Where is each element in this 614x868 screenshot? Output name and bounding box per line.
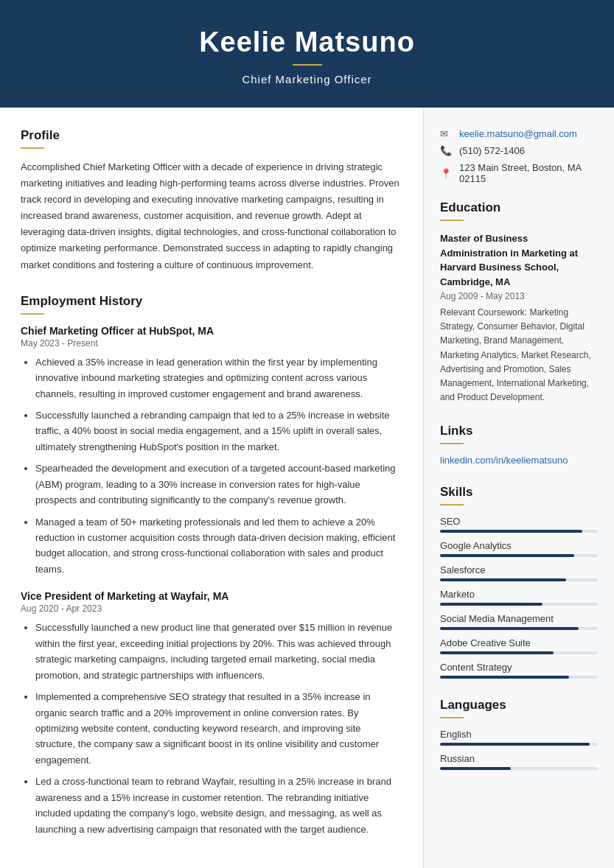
skills-divider [440,504,464,505]
edu-coursework: Relevant Coursework: Marketing Strategy,… [440,306,598,405]
language-item-1: Russian [440,753,598,770]
skill-bar-fill-4 [440,627,579,630]
edu-degree: Master of Business Administration in Mar… [440,231,598,289]
bullet-1-0: Successfully launched a new product line… [35,620,402,683]
employment-divider [21,313,44,315]
bullet-0-1: Successfully launched a rebranding campa… [35,407,402,455]
lang-bar-bg-1 [440,767,598,770]
phone-number: (510) 572-1406 [459,145,525,156]
lang-bar-fill-1 [440,767,511,770]
body-layout: Profile Accomplished Chief Marketing Off… [0,108,614,868]
main-column: Profile Accomplished Chief Marketing Off… [0,108,424,868]
edu-dates: Aug 2009 - May 2013 [440,291,598,301]
skill-bar-fill-5 [440,651,554,654]
links-section: Links linkedin.com/in/keeliematsuno [440,424,598,466]
skills-list: SEO Google Analytics Salesforce Marketo … [440,516,598,679]
linkedin-link[interactable]: linkedin.com/in/keeliematsuno [440,455,568,466]
skill-label-1: Google Analytics [440,540,598,551]
skill-bar-bg-2 [440,578,598,581]
languages-list: English Russian [440,729,598,770]
languages-section: Languages English Russian [440,698,598,770]
skill-label-2: Salesforce [440,564,598,575]
skill-bar-bg-5 [440,651,598,654]
skill-bar-fill-1 [440,554,574,557]
candidate-name: Keelie Matsuno [15,27,599,58]
skill-label-6: Content Strategy [440,662,598,673]
bullet-0-3: Managed a team of 50+ marketing professi… [35,514,402,578]
job-dates-0: May 2023 - Present [21,338,402,349]
job-title-1: Vice President of Marketing at Wayfair, … [21,590,402,602]
location-icon: 📍 [440,168,453,179]
skill-label-3: Marketo [440,589,598,600]
skill-bar-fill-0 [440,530,582,533]
bullet-1-1: Implemented a comprehensive SEO strategy… [35,689,402,768]
sidebar: ✉ keelie.matsuno@gmail.com 📞 (510) 572-1… [424,108,614,868]
skill-item-0: SEO [440,516,598,533]
profile-text: Accomplished Chief Marketing Officer wit… [21,159,402,273]
skill-item-4: Social Media Management [440,613,598,630]
skills-title: Skills [440,485,598,500]
lang-label-0: English [440,729,598,740]
contact-section: ✉ keelie.matsuno@gmail.com 📞 (510) 572-1… [440,128,598,184]
employment-title: Employment History [21,294,402,309]
phone-icon: 📞 [440,145,453,156]
links-title: Links [440,424,598,438]
bullet-0-0: Achieved a 35% increase in lead generati… [35,354,402,402]
education-divider [440,220,464,221]
header-divider [293,64,322,66]
candidate-title: Chief Marketing Officer [15,73,599,85]
email-link[interactable]: keelie.matsuno@gmail.com [459,128,577,139]
job-bullets-1: Successfully launched a new product line… [21,620,402,837]
skill-bar-fill-3 [440,603,543,606]
email-item: ✉ keelie.matsuno@gmail.com [440,128,598,139]
skill-item-5: Adobe Creative Suite [440,637,598,654]
skill-bar-bg-3 [440,603,598,606]
skill-item-1: Google Analytics [440,540,598,557]
skill-item-3: Marketo [440,589,598,606]
bullet-1-2: Led a cross-functional team to rebrand W… [35,774,402,837]
profile-title: Profile [21,128,402,143]
address-item: 📍 123 Main Street, Boston, MA 02115 [440,162,598,184]
links-divider [440,443,464,444]
skill-bar-bg-4 [440,627,598,630]
lang-label-1: Russian [440,753,598,764]
skills-section: Skills SEO Google Analytics Salesforce M… [440,485,598,679]
job-entry-1: Vice President of Marketing at Wayfair, … [21,590,402,837]
skill-bar-bg-1 [440,554,598,557]
profile-divider [21,147,44,149]
job-dates-1: Aug 2020 - Apr 2023 [21,603,402,614]
skill-bar-fill-2 [440,578,566,581]
education-title: Education [440,200,598,215]
resume-header: Keelie Matsuno Chief Marketing Officer [0,0,614,108]
job-title-0: Chief Marketing Officer at HubSpot, MA [21,325,402,337]
education-section: Education Master of Business Administrat… [440,200,598,405]
skill-bar-fill-6 [440,676,569,679]
skill-label-5: Adobe Creative Suite [440,637,598,648]
email-icon: ✉ [440,128,453,139]
lang-bar-fill-0 [440,743,590,746]
skill-item-2: Salesforce [440,564,598,581]
languages-divider [440,717,464,718]
language-item-0: English [440,729,598,746]
address-text: 123 Main Street, Boston, MA 02115 [459,162,598,184]
skill-label-0: SEO [440,516,598,527]
skill-label-4: Social Media Management [440,613,598,624]
bullet-0-2: Spearheaded the development and executio… [35,461,402,508]
skill-item-6: Content Strategy [440,662,598,679]
phone-item: 📞 (510) 572-1406 [440,145,598,156]
languages-title: Languages [440,698,598,713]
job-entry-0: Chief Marketing Officer at HubSpot, MA M… [21,325,402,578]
skill-bar-bg-6 [440,676,598,679]
lang-bar-bg-0 [440,743,598,746]
profile-section: Profile Accomplished Chief Marketing Off… [21,128,402,273]
employment-section: Employment History Chief Marketing Offic… [21,294,402,837]
skill-bar-bg-0 [440,530,598,533]
job-bullets-0: Achieved a 35% increase in lead generati… [21,354,402,578]
